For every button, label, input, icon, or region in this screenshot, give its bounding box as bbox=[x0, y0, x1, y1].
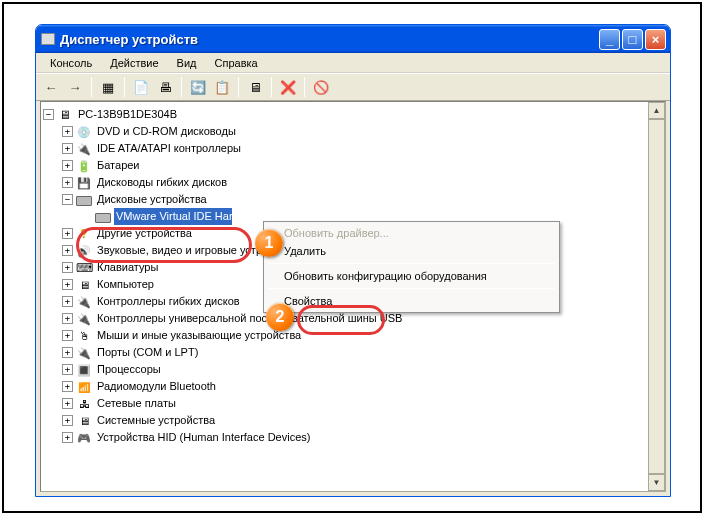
device-category-icon bbox=[76, 345, 92, 361]
ctx-properties[interactable]: Свойства bbox=[266, 292, 557, 310]
device-category-icon bbox=[76, 413, 92, 429]
toolbar-btn-refresh[interactable]: 🔄 bbox=[187, 76, 209, 98]
vertical-scrollbar[interactable]: ▲ ▼ bbox=[648, 102, 665, 491]
device-category-icon bbox=[76, 311, 92, 327]
expander-icon[interactable]: + bbox=[62, 381, 73, 392]
menu-view[interactable]: Вид bbox=[169, 55, 205, 71]
tree-node-label: Системные устройства bbox=[95, 412, 217, 429]
tree-node[interactable]: +Радиомодули Bluetooth bbox=[43, 378, 663, 395]
tree-node[interactable]: +DVD и CD-ROM дисководы bbox=[43, 123, 663, 140]
maximize-button[interactable]: □ bbox=[622, 29, 643, 50]
tree-node-label: Радиомодули Bluetooth bbox=[95, 378, 218, 395]
app-icon bbox=[40, 31, 56, 47]
tree-child-label: VMware Virtual IDE Hard Drive bbox=[114, 208, 232, 225]
tree-node[interactable]: +Батареи bbox=[43, 157, 663, 174]
device-category-icon bbox=[76, 362, 92, 378]
tree-node-label: Порты (COM и LPT) bbox=[95, 344, 200, 361]
tree-node[interactable]: +Мыши и иные указывающие устройства bbox=[43, 327, 663, 344]
tree-node-label: Мыши и иные указывающие устройства bbox=[95, 327, 303, 344]
device-category-icon bbox=[76, 294, 92, 310]
expander-icon[interactable]: + bbox=[62, 347, 73, 358]
tree-node-label: Клавиатуры bbox=[95, 259, 160, 276]
annotation-badge-1: 1 bbox=[255, 229, 283, 257]
tree-node[interactable]: +IDE ATA/ATAPI контроллеры bbox=[43, 140, 663, 157]
expander-icon[interactable]: + bbox=[62, 126, 73, 137]
tree-node-label: Процессоры bbox=[95, 361, 163, 378]
tree-node-label: Контроллеры гибких дисков bbox=[95, 293, 242, 310]
tree-node[interactable]: +Процессоры bbox=[43, 361, 663, 378]
device-category-icon bbox=[76, 328, 92, 344]
forward-button: → bbox=[64, 76, 86, 98]
ctx-separator bbox=[268, 263, 555, 264]
expander-icon[interactable]: + bbox=[62, 398, 73, 409]
tree-node[interactable]: +Системные устройства bbox=[43, 412, 663, 429]
toolbar-btn-scan[interactable]: 🖥 bbox=[244, 76, 266, 98]
device-category-icon bbox=[76, 396, 92, 412]
titlebar[interactable]: Диспетчер устройств _ □ × bbox=[36, 25, 670, 53]
expander-icon[interactable]: + bbox=[62, 279, 73, 290]
toolbar-btn-remove[interactable]: 🚫 bbox=[310, 76, 332, 98]
toolbar-btn-print[interactable]: 🖶 bbox=[154, 76, 176, 98]
tree-node-label: Дисковые устройства bbox=[95, 191, 209, 208]
device-category-icon bbox=[76, 243, 92, 259]
tree-node[interactable]: +Порты (COM и LPT) bbox=[43, 344, 663, 361]
device-category-icon bbox=[76, 175, 92, 191]
back-button: ← bbox=[40, 76, 62, 98]
expander-icon[interactable]: + bbox=[62, 415, 73, 426]
tree-node[interactable]: −Дисковые устройства bbox=[43, 191, 663, 208]
minimize-button[interactable]: _ bbox=[599, 29, 620, 50]
tree-node-label: Батареи bbox=[95, 157, 142, 174]
expander-icon[interactable]: − bbox=[62, 194, 73, 205]
device-category-icon bbox=[76, 141, 92, 157]
menu-console[interactable]: Консоль bbox=[42, 55, 100, 71]
toolbar-btn-properties[interactable]: 📄 bbox=[130, 76, 152, 98]
tree-node-label: DVD и CD-ROM дисководы bbox=[95, 123, 238, 140]
expander-icon[interactable]: + bbox=[62, 245, 73, 256]
tree-root[interactable]: − PC-13B9B1DE304B bbox=[43, 106, 663, 123]
toolbar-btn-update[interactable]: 📋 bbox=[211, 76, 233, 98]
tree-root-label: PC-13B9B1DE304B bbox=[76, 106, 179, 123]
scroll-down-button[interactable]: ▼ bbox=[648, 474, 665, 491]
computer-icon bbox=[57, 107, 73, 123]
tree-node-label: Дисководы гибких дисков bbox=[95, 174, 229, 191]
toolbar-btn-uninstall[interactable]: ❌ bbox=[277, 76, 299, 98]
expander-icon[interactable]: + bbox=[62, 330, 73, 341]
menu-help[interactable]: Справка bbox=[207, 55, 266, 71]
ctx-update-driver: Обновить драйвер... bbox=[266, 224, 557, 242]
context-menu: Обновить драйвер... Удалить Обновить кон… bbox=[263, 221, 560, 313]
annotation-badge-2: 2 bbox=[266, 303, 294, 331]
menubar: Консоль Действие Вид Справка bbox=[36, 53, 670, 73]
device-category-icon bbox=[76, 158, 92, 174]
tree-node-label: IDE ATA/ATAPI контроллеры bbox=[95, 140, 243, 157]
expander-icon[interactable]: + bbox=[62, 313, 73, 324]
tree-node[interactable]: +Сетевые платы bbox=[43, 395, 663, 412]
expander-icon[interactable]: + bbox=[62, 228, 73, 239]
tree-node[interactable]: +Дисководы гибких дисков bbox=[43, 174, 663, 191]
expander-icon[interactable]: + bbox=[62, 432, 73, 443]
ctx-refresh-config[interactable]: Обновить конфигурацию оборудования bbox=[266, 267, 557, 285]
expander-icon[interactable]: + bbox=[62, 143, 73, 154]
close-button[interactable]: × bbox=[645, 29, 666, 50]
expander-icon[interactable]: + bbox=[62, 262, 73, 273]
device-category-icon bbox=[76, 379, 92, 395]
ctx-separator bbox=[268, 288, 555, 289]
expander-icon[interactable]: + bbox=[62, 177, 73, 188]
toolbar-btn-view[interactable]: ▦ bbox=[97, 76, 119, 98]
tree-node[interactable]: +Устройства HID (Human Interface Devices… bbox=[43, 429, 663, 446]
device-category-icon bbox=[76, 124, 92, 140]
tree-node-label: Другие устройства bbox=[95, 225, 194, 242]
device-category-icon bbox=[76, 260, 92, 276]
scroll-up-button[interactable]: ▲ bbox=[648, 102, 665, 119]
menu-action[interactable]: Действие bbox=[102, 55, 166, 71]
tree-node-label: Устройства HID (Human Interface Devices) bbox=[95, 429, 312, 446]
device-category-icon bbox=[76, 430, 92, 446]
scroll-thumb[interactable] bbox=[648, 119, 665, 474]
ctx-delete[interactable]: Удалить bbox=[266, 242, 557, 260]
device-category-icon bbox=[76, 226, 92, 242]
expander-icon[interactable]: + bbox=[62, 364, 73, 375]
tree-node-label: Компьютер bbox=[95, 276, 156, 293]
expander-icon[interactable]: + bbox=[62, 160, 73, 171]
tree-node-label: Сетевые платы bbox=[95, 395, 178, 412]
expander-icon[interactable]: + bbox=[62, 296, 73, 307]
expander-icon[interactable]: − bbox=[43, 109, 54, 120]
